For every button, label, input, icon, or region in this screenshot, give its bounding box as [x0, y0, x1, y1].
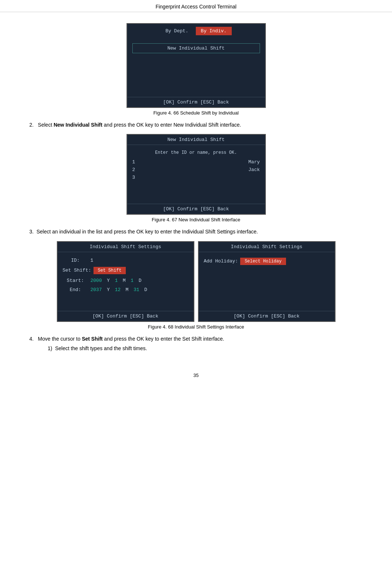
new-individual-shift-menu[interactable]: New Individual Shift	[132, 43, 260, 53]
start-m-label: M	[120, 278, 128, 283]
step2-text-after: and press the OK key to enter New Indivi…	[102, 122, 241, 128]
terminal-footer-68-right: [OK] Confirm [ESC] Back	[199, 311, 335, 321]
step-3: 3. Select an individual in the list and …	[29, 228, 363, 236]
terminal-fig68-right: Individual Shift Settings Add Holiday: S…	[198, 241, 336, 322]
list-item-3[interactable]: 3	[132, 174, 260, 181]
end-year: 2037	[91, 287, 102, 293]
step4-sub1: 1) Select the shift types and the shift …	[48, 344, 363, 352]
figure-67-container: New Individual Shift Enter the ID or nam…	[29, 134, 363, 222]
end-month: 12	[115, 287, 121, 293]
end-day: 31	[133, 287, 139, 293]
page-header: Fingerprint Access Control Terminal	[0, 0, 392, 12]
page-footer: 35	[0, 365, 392, 382]
caption-68: Figure 4. 68 Individual Shift Settings I…	[29, 324, 363, 330]
end-d-label: D	[142, 287, 147, 293]
header-title: Fingerprint Access Control Terminal	[155, 4, 237, 10]
field-row-start: Start: 2000 Y 1 M 1 D	[63, 276, 188, 285]
start-month: 1	[115, 278, 118, 283]
end-y-label: Y	[104, 287, 113, 293]
figure-66-container: By Dept. By Indiv. New Individual Shift …	[29, 23, 363, 116]
tab-by-dept[interactable]: By Dept.	[160, 27, 193, 35]
entry-num-1: 1	[132, 159, 135, 165]
terminal-tabs: By Dept. By Indiv.	[127, 24, 265, 38]
terminal-footer-68-left: [OK] Confirm [ESC] Back	[58, 311, 194, 321]
figure-68-container: Individual Shift Settings ID: 1 Set Shif…	[29, 241, 363, 330]
start-y-label: Y	[104, 278, 113, 283]
field-label-set-shift: Set Shift:	[63, 268, 91, 273]
terminal-body-68-left: ID: 1 Set Shift: Set Shift Start: 2000 Y…	[58, 252, 194, 311]
step-4: 4. Move the cursor to Set Shift and pres…	[29, 335, 363, 353]
terminal-footer-66: [OK] Confirm [ESC] Back	[127, 97, 265, 107]
step-2: 2. Select New Individual Shift and press…	[29, 121, 363, 129]
end-m-label: M	[123, 287, 131, 293]
step3-text: Select an individual in the list and pre…	[36, 229, 258, 235]
field-row-end: End: 2037 Y 12 M 31 D	[63, 285, 188, 294]
page-content: By Dept. By Indiv. New Individual Shift …	[0, 12, 392, 365]
terminal-body-68-right: Add Holiday: Select Holiday	[199, 252, 335, 311]
step4-bold: Set Shift	[82, 336, 103, 342]
field-label-id: ID:	[63, 258, 88, 263]
terminal-pair-68: Individual Shift Settings ID: 1 Set Shif…	[29, 241, 363, 322]
start-year: 2000	[91, 278, 102, 283]
step-number-4: 4.	[29, 336, 36, 342]
list-item-2[interactable]: 2 Jack	[132, 166, 260, 174]
terminal-fig66: By Dept. By Indiv. New Individual Shift …	[127, 23, 266, 108]
entry-name-1: Mary	[248, 159, 260, 165]
field-row-add-holiday: Add Holiday: Select Holiday	[204, 256, 330, 267]
entry-num-3: 3	[132, 175, 135, 180]
terminal-body-67: Enter the ID or name, press OK. 1 Mary 2…	[127, 145, 265, 204]
start-d-label: D	[136, 278, 142, 283]
terminal-header-68-left: Individual Shift Settings	[58, 242, 194, 252]
step2-bold: New Individual Shift	[54, 122, 102, 128]
terminal-hint-67: Enter the ID or name, press OK.	[132, 149, 260, 158]
caption-67: Figure 4. 67 New Individual Shift Interf…	[29, 217, 363, 222]
terminal-header-67: New Individual Shift	[127, 135, 265, 145]
terminal-fig67: New Individual Shift Enter the ID or nam…	[127, 134, 266, 215]
terminal-body-66: New Individual Shift	[127, 38, 265, 97]
step-number-2: 2.	[29, 122, 36, 128]
step2-text-before: Select	[38, 122, 54, 128]
step4-text-after: and press the OK key to enter the Set Sh…	[103, 336, 224, 342]
caption-66: Figure 4. 66 Schedule Shift by Individua…	[29, 110, 363, 116]
field-label-end: End:	[63, 287, 88, 293]
field-value-id: 1	[91, 258, 94, 263]
terminal-header-68-right: Individual Shift Settings	[199, 242, 335, 252]
start-day: 1	[131, 278, 133, 283]
terminal-footer-67: [OK] Confirm [ESC] Back	[127, 204, 265, 214]
entry-name-2: Jack	[248, 167, 260, 173]
set-shift-button[interactable]: Set Shift	[94, 267, 126, 274]
list-item-1[interactable]: 1 Mary	[132, 158, 260, 166]
field-label-add-holiday: Add Holiday:	[204, 258, 238, 264]
step4-text-before: Move the cursor to	[38, 336, 82, 342]
step4-sub1-text: Select the shift types and the shift tim…	[55, 345, 147, 351]
entry-num-2: 2	[132, 167, 135, 173]
terminal-fig68-left: Individual Shift Settings ID: 1 Set Shif…	[57, 241, 194, 322]
select-holiday-button[interactable]: Select Holiday	[240, 258, 286, 265]
tab-by-indiv[interactable]: By Indiv.	[196, 27, 232, 35]
field-label-start: Start:	[63, 278, 88, 283]
step-number-3: 3.	[29, 229, 36, 235]
page-number: 35	[193, 373, 198, 378]
field-row-id: ID: 1	[63, 256, 188, 265]
field-row-set-shift: Set Shift: Set Shift	[63, 265, 188, 276]
step4-sub1-num: 1)	[48, 345, 55, 351]
